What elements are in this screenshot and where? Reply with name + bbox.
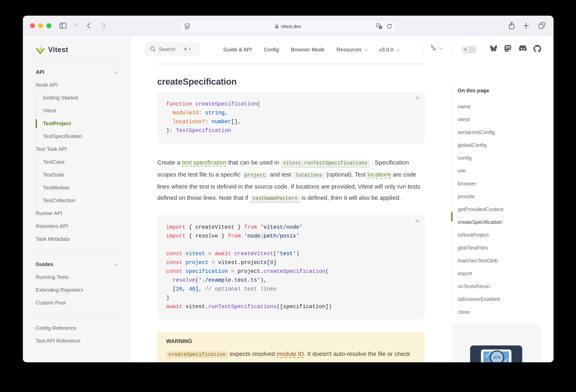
traffic-light-close[interactable] (30, 23, 35, 28)
toc-item-provide[interactable]: provide (458, 190, 534, 203)
lock-icon (275, 24, 279, 29)
link-locations[interactable]: locations (367, 171, 391, 178)
link-testnamepattern[interactable]: testNamePattern (250, 195, 300, 203)
toc-active-marker (451, 212, 453, 221)
tab-overview-button[interactable] (538, 21, 546, 30)
nav-guide-api[interactable]: Guide & API (223, 46, 252, 52)
chevron-down-icon (74, 22, 78, 26)
forward-button[interactable] (101, 21, 106, 30)
code-lang-label: ts (416, 218, 419, 223)
sidebar-item-running-tests[interactable]: Running Tests (36, 271, 119, 284)
theme-toggle[interactable] (462, 46, 477, 53)
header-divider (423, 45, 423, 54)
vitest-logo-icon (36, 45, 45, 55)
toc-item-matchestestglob[interactable]: matchesTestGlob (458, 254, 534, 267)
vitest-docs-page: Vitest APINode APIGetting StartedVitestT… (23, 36, 553, 362)
toc-item-ontestsrerun[interactable]: onTestsRerun (458, 280, 534, 293)
toc-item-browser[interactable]: browser (458, 177, 534, 190)
address-bar[interactable]: vitest.dev A x (180, 21, 396, 32)
toc-item-vite[interactable]: vite (458, 164, 534, 177)
ad-card[interactable]: </> (452, 323, 541, 362)
traffic-light-zoom[interactable] (47, 23, 51, 28)
translate-page-icon[interactable]: A x (376, 23, 383, 29)
toc-item-createspecification[interactable]: createSpecification (458, 216, 534, 229)
reload-button[interactable] (387, 23, 392, 29)
link-vitest-runtestspecifications[interactable]: vitest.runTestSpecifications (281, 160, 370, 167)
code-block-example[interactable]: ts import { createVitest } from 'vitest/… (157, 215, 425, 319)
sidebar-item-extending-reporters[interactable]: Extending Reporters (36, 284, 119, 297)
sidebar-toggle-button[interactable] (59, 21, 67, 30)
share-button[interactable] (508, 21, 515, 30)
code-lang-label: ts (416, 95, 419, 100)
chevron-down-icon (114, 70, 118, 74)
sidebar-panel-icon (59, 21, 67, 30)
mastodon-link[interactable] (504, 45, 511, 53)
toc-item-config[interactable]: config (458, 152, 534, 164)
sidebar-item-runner-api[interactable]: Runner API (36, 207, 119, 220)
language-button[interactable]: x A (430, 44, 442, 51)
intro-paragraph: Create a test specification that can be … (157, 157, 425, 204)
mastodon-icon (504, 45, 511, 53)
sidebar-item-vitest[interactable]: Vitest (43, 104, 119, 117)
traffic-light-minimize[interactable] (38, 23, 43, 28)
nav-v3-0-0[interactable]: v3.0.0 (379, 46, 399, 52)
toc-item-name[interactable]: name (458, 100, 534, 113)
sidebar-item-test-task-api[interactable]: Test Task API (36, 143, 119, 156)
link-module-id[interactable]: module ID (277, 350, 304, 357)
sidebar-item-testcollection[interactable]: TestCollection (43, 194, 119, 207)
nav-resources[interactable]: Resources (337, 46, 367, 52)
share-icon (508, 21, 515, 30)
sidebar-item-api[interactable]: API (36, 66, 119, 79)
code-block-signature[interactable]: ts function createSpecification( moduleI… (157, 92, 425, 144)
search-button[interactable]: Search ⌘ K (145, 42, 200, 56)
sidebar-item-node-api[interactable]: Node API (36, 79, 119, 91)
inline-code-locations: locations (293, 172, 325, 179)
forward-icon (101, 21, 106, 30)
inline-code-createspecification: createSpecification (166, 351, 228, 358)
chevron-down-icon (364, 47, 368, 51)
sidebar-item-task-metadata[interactable]: Task Metadata (36, 233, 119, 245)
new-tab-button[interactable] (523, 21, 529, 30)
toc-item-import[interactable]: import (458, 267, 534, 280)
sidebar-item-guides[interactable]: Guides (36, 258, 119, 271)
logo-wordmark: Vitest (48, 46, 68, 54)
sidebar-item-test-api-reference[interactable]: Test API Reference (36, 335, 119, 347)
toc-item-isrootproject[interactable]: isRootProject (458, 229, 534, 241)
inline-code-project: project (242, 172, 268, 179)
discord-link[interactable] (519, 45, 527, 52)
sidebar-nav: APINode APIGetting StartedVitestTestProj… (36, 66, 119, 347)
toc-item-vitest[interactable]: vitest (458, 113, 534, 126)
search-kbd: ⌘ K (181, 46, 194, 52)
toc-item-globtestfiles[interactable]: globTestFiles (458, 241, 534, 254)
sidebar-item-testproject[interactable]: TestProject (43, 117, 119, 130)
sidebar-item-config-reference[interactable]: Config Reference (36, 322, 119, 335)
sidebar-item-testspecification[interactable]: TestSpecification (43, 130, 119, 143)
sidebar-divider (36, 252, 119, 252)
tabs-icon (538, 21, 546, 30)
on-this-page: On this page namevitestserializedConfigg… (458, 84, 534, 319)
vitest-logo[interactable]: Vitest (36, 45, 68, 55)
url-display: vitest.dev (180, 21, 396, 32)
toc-item-close[interactable]: close (458, 306, 534, 319)
toc-item-serializedconfig[interactable]: serializedConfig (458, 126, 534, 139)
plus-icon (523, 21, 529, 30)
github-link[interactable] (533, 45, 541, 53)
sidebar-item-testmodule[interactable]: TestModule (43, 181, 119, 194)
nav-browser-mode[interactable]: Browser Mode (291, 46, 325, 52)
sidebar-item-testcase[interactable]: TestCase (43, 156, 119, 169)
chevron-down-icon (114, 262, 118, 266)
toc-title: On this page (458, 84, 534, 97)
nav-config[interactable]: Config (264, 46, 279, 52)
toc-item-globalconfig[interactable]: globalConfig (458, 139, 534, 152)
sidebar-item-custom-pool[interactable]: Custom Pool (36, 297, 119, 309)
back-button[interactable] (86, 21, 91, 30)
toc-item-getprovidedcontext[interactable]: getProvidedContext (458, 203, 534, 216)
sidebar-menu-chevron[interactable] (74, 23, 77, 26)
code-lines: function createSpecification( moduleId: … (166, 100, 416, 135)
link-test-specification[interactable]: test specification (182, 159, 227, 166)
sidebar-item-getting-started[interactable]: Getting Started (43, 91, 119, 104)
sidebar-item-reporters-api[interactable]: Reporters API (36, 220, 119, 233)
sidebar-item-testsuite[interactable]: TestSuite (43, 169, 119, 181)
bluesky-link[interactable] (490, 45, 497, 52)
toc-item-isbrowserenabled[interactable]: isBrowserEnabled (458, 293, 534, 306)
